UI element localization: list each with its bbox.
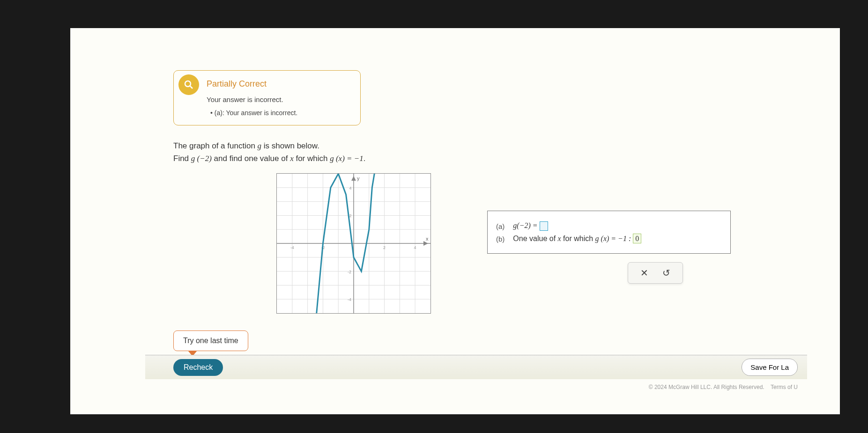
bottom-toolbar: Recheck Save For La — [145, 355, 807, 379]
part-a-label: (a) — [496, 222, 504, 230]
svg-marker-20 — [423, 241, 428, 246]
save-for-later-button[interactable]: Save For La — [742, 359, 798, 376]
svg-point-0 — [185, 81, 191, 87]
svg-text:x: x — [426, 236, 429, 242]
answer-box: (a) g(−2) = (b) One value of x for which… — [487, 211, 731, 254]
svg-text:y: y — [357, 176, 360, 181]
recheck-button[interactable]: Recheck — [173, 359, 223, 376]
terms-link[interactable]: Terms of U — [771, 384, 798, 390]
try-one-last-time-tooltip: Try one last time — [173, 330, 248, 351]
svg-text:-4: -4 — [290, 245, 294, 250]
part-a-input[interactable] — [540, 221, 548, 231]
action-button-group: ✕ ↺ — [628, 262, 683, 284]
feedback-title: Partially Correct — [207, 79, 350, 89]
function-graph: y x -4-2 24 24 -2-4 — [276, 173, 431, 314]
svg-text:2: 2 — [383, 245, 386, 250]
magnifier-icon — [178, 74, 199, 95]
part-b-label: (b) — [496, 235, 504, 243]
feedback-bullet: (a): Your answer is incorrect. — [217, 109, 350, 117]
feedback-subtitle: Your answer is incorrect. — [207, 95, 350, 103]
reset-icon: ↺ — [662, 268, 670, 278]
copyright-text: © 2024 McGraw Hill LLC. All Rights Reser… — [649, 384, 798, 390]
feedback-box: Partially Correct Your answer is incorre… — [173, 70, 361, 125]
close-icon: ✕ — [640, 268, 648, 278]
svg-text:-4: -4 — [348, 298, 351, 302]
svg-marker-21 — [351, 176, 356, 181]
svg-text:-2: -2 — [348, 270, 351, 274]
svg-text:2: 2 — [349, 214, 352, 219]
question-text: The graph of a function g is shown below… — [173, 139, 798, 165]
clear-button[interactable]: ✕ — [640, 267, 648, 279]
svg-line-1 — [190, 86, 193, 88]
reset-button[interactable]: ↺ — [662, 267, 670, 279]
part-b-input[interactable]: 0 — [633, 234, 641, 243]
part-a-expr: g(−2) = — [513, 222, 539, 230]
svg-text:4: 4 — [414, 245, 416, 250]
svg-text:4: 4 — [349, 186, 352, 191]
